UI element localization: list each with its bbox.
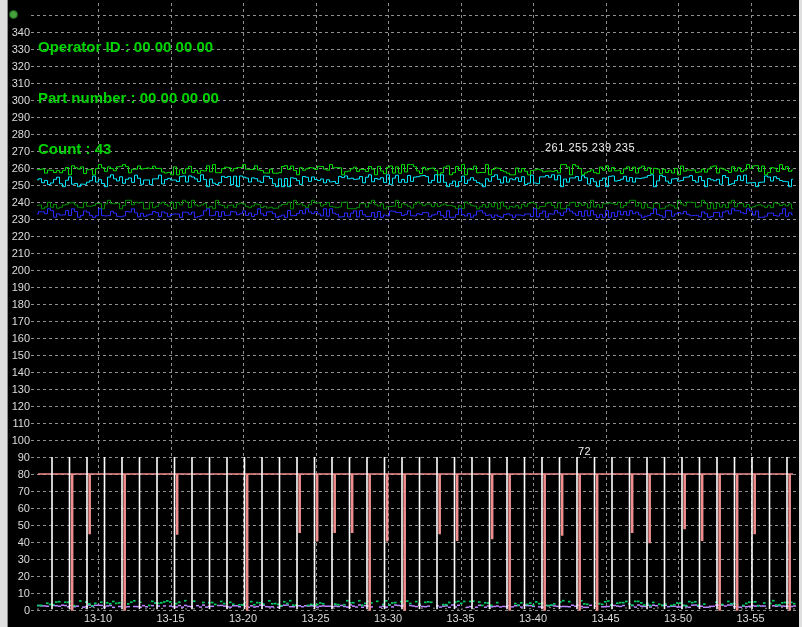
- y-axis-tick-label: 0: [2, 604, 30, 616]
- y-axis-tick-label: 10: [2, 587, 30, 599]
- y-axis-tick-label: 130: [2, 383, 30, 395]
- y-axis-tick-label: 180: [2, 298, 30, 310]
- y-axis-tick-label: 240: [2, 196, 30, 208]
- status-dot-icon: [9, 10, 18, 19]
- y-axis-tick-label: 200: [2, 264, 30, 276]
- x-axis-tick-label: 13-45: [584, 612, 628, 624]
- y-axis-tick-label: 80: [2, 468, 30, 480]
- y-axis-tick-label: 40: [2, 536, 30, 548]
- y-axis-tick-label: 30: [2, 553, 30, 565]
- x-axis-tick-label: 13-25: [294, 612, 338, 624]
- y-axis-tick-label: 280: [2, 128, 30, 140]
- part-number-label: Part number : 00 00 00 00: [38, 89, 219, 106]
- x-axis-tick-label: 13-20: [221, 612, 265, 624]
- x-axis-tick-label: 13-35: [439, 612, 483, 624]
- trace-values-annotation: 261 255 239 235: [545, 141, 635, 153]
- y-axis-tick-label: 120: [2, 400, 30, 412]
- operator-id-label: Operator ID : 00 00 00 00: [38, 38, 219, 55]
- y-axis-tick-label: 330: [2, 43, 30, 55]
- y-axis-tick-label: 90: [2, 451, 30, 463]
- y-axis-tick-label: 110: [2, 417, 30, 429]
- cycle-value-annotation: 72: [578, 445, 591, 457]
- y-axis-tick-label: 300: [2, 94, 30, 106]
- y-axis-tick-label: 140: [2, 366, 30, 378]
- count-label: Count : 43: [38, 140, 219, 157]
- y-axis-tick-label: 250: [2, 179, 30, 191]
- x-axis-tick-label: 13-50: [656, 612, 700, 624]
- y-axis-tick-label: 100: [2, 434, 30, 446]
- chart-header: Operator ID : 00 00 00 00 Part number : …: [38, 4, 219, 174]
- y-axis-tick-label: 170: [2, 315, 30, 327]
- x-axis-tick-label: 13-40: [511, 612, 555, 624]
- y-axis-tick-label: 160: [2, 332, 30, 344]
- y-axis-tick-label: 150: [2, 349, 30, 361]
- y-axis-tick-label: 320: [2, 60, 30, 72]
- y-axis-tick-label: 230: [2, 213, 30, 225]
- y-axis-tick-label: 340: [2, 26, 30, 38]
- x-axis-tick-label: 13-15: [149, 612, 193, 624]
- y-axis-tick-label: 20: [2, 570, 30, 582]
- y-axis-tick-label: 270: [2, 145, 30, 157]
- x-axis-tick-label: 13-30: [366, 612, 410, 624]
- x-axis-tick-label: 13-55: [729, 612, 773, 624]
- y-axis-tick-label: 220: [2, 230, 30, 242]
- y-axis-tick-label: 260: [2, 162, 30, 174]
- y-axis-tick-label: 190: [2, 281, 30, 293]
- y-axis-tick-label: 50: [2, 519, 30, 531]
- y-axis-tick-label: 70: [2, 485, 30, 497]
- x-axis-tick-label: 13-10: [76, 612, 120, 624]
- y-axis-tick-label: 310: [2, 77, 30, 89]
- y-axis-tick-label: 210: [2, 247, 30, 259]
- y-axis-tick-label: 290: [2, 111, 30, 123]
- y-axis-tick-label: 60: [2, 502, 30, 514]
